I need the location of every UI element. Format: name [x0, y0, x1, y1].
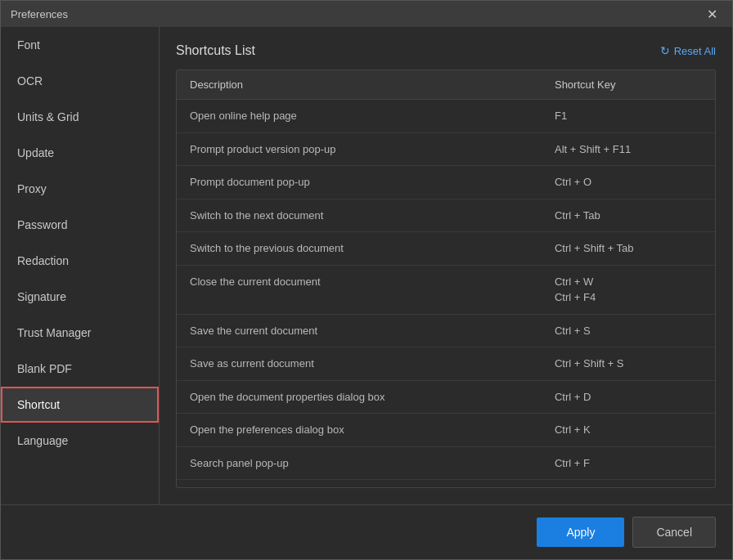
shortcuts-table-container[interactable]: Description Shortcut Key Open online hel…	[176, 69, 716, 488]
shortcut-key: Ctrl + S	[542, 314, 715, 347]
shortcut-key: Ctrl + D	[542, 380, 715, 414]
dialog-body: FontOCRUnits & GridUpdateProxyPasswordRe…	[1, 27, 732, 504]
footer: Apply Cancel	[1, 504, 732, 559]
shortcut-description: Close the current document	[177, 265, 542, 314]
sidebar-item-language[interactable]: Language	[1, 423, 159, 459]
col-description: Description	[177, 70, 542, 100]
shortcut-description: Save the current document	[177, 314, 542, 347]
apply-button[interactable]: Apply	[537, 517, 624, 547]
table-row: Search panel pop-upCtrl + F	[177, 446, 715, 480]
shortcut-key: Ctrl + Shift + S	[542, 347, 715, 381]
main-content: Shortcuts List ↻ Reset All Description S…	[160, 27, 732, 504]
shortcut-description: Prompt product version pop-up	[177, 132, 542, 166]
reset-icon: ↻	[660, 44, 670, 57]
close-button[interactable]: ✕	[702, 5, 722, 24]
sidebar: FontOCRUnits & GridUpdateProxyPasswordRe…	[1, 27, 160, 504]
sidebar-item-trust-manager[interactable]: Trust Manager	[1, 315, 159, 351]
preferences-dialog: Preferences ✕ FontOCRUnits & GridUpdateP…	[0, 0, 733, 560]
table-row: Prompt product version pop-upAlt + Shift…	[177, 132, 715, 166]
sidebar-item-ocr[interactable]: OCR	[1, 63, 159, 99]
table-row: Switch to the next documentCtrl + Tab	[177, 199, 715, 232]
table-row: Open online help pageF1	[177, 100, 715, 133]
table-row: Open the preferences dialog boxCtrl + K	[177, 414, 715, 447]
shortcut-key: Ctrl + O	[542, 166, 715, 199]
cancel-button[interactable]: Cancel	[632, 517, 716, 548]
shortcuts-table: Description Shortcut Key Open online hel…	[177, 70, 715, 488]
shortcut-key: F1	[542, 100, 715, 133]
shortcut-description: Pop-up the advanced search panel	[177, 480, 542, 489]
sidebar-item-password[interactable]: Password	[1, 207, 159, 243]
table-row: Close the current documentCtrl + WCtrl +…	[177, 265, 715, 314]
sidebar-item-font[interactable]: Font	[1, 27, 159, 63]
sidebar-item-signature[interactable]: Signature	[1, 279, 159, 315]
col-shortcut-key: Shortcut Key	[542, 70, 715, 100]
table-row: Switch to the previous documentCtrl + Sh…	[177, 232, 715, 266]
sidebar-item-units-grid[interactable]: Units & Grid	[1, 99, 159, 135]
sidebar-item-redaction[interactable]: Redaction	[1, 243, 159, 279]
table-row: Prompt document pop-upCtrl + O	[177, 166, 715, 199]
table-row: Open the document properties dialog boxC…	[177, 380, 715, 414]
shortcut-key: Ctrl + Shift + Tab	[542, 232, 715, 266]
shortcut-description: Switch to the previous document	[177, 232, 542, 266]
table-row: Save the current documentCtrl + S	[177, 314, 715, 347]
shortcut-description: Open online help page	[177, 100, 542, 133]
sidebar-item-proxy[interactable]: Proxy	[1, 171, 159, 207]
shortcut-description: Prompt document pop-up	[177, 166, 542, 199]
reset-all-button[interactable]: ↻ Reset All	[660, 44, 716, 57]
dialog-title: Preferences	[11, 8, 68, 20]
shortcut-description: Save as current document	[177, 347, 542, 381]
table-row: Pop-up the advanced search panelCtrl + S…	[177, 480, 715, 489]
shortcut-key: Alt + Shift + F11	[542, 132, 715, 166]
title-bar: Preferences ✕	[1, 1, 732, 27]
table-row: Save as current documentCtrl + Shift + S	[177, 347, 715, 381]
shortcut-key: Ctrl + F	[542, 446, 715, 480]
shortcuts-list-title: Shortcuts List	[176, 43, 255, 58]
shortcut-description: Open the preferences dialog box	[177, 414, 542, 447]
shortcut-description: Switch to the next document	[177, 199, 542, 232]
shortcut-description: Search panel pop-up	[177, 446, 542, 480]
sidebar-item-shortcut[interactable]: Shortcut	[1, 387, 159, 423]
shortcuts-header: Shortcuts List ↻ Reset All	[176, 43, 716, 58]
sidebar-item-update[interactable]: Update	[1, 135, 159, 171]
shortcut-description: Open the document properties dialog box	[177, 380, 542, 414]
shortcut-key: Ctrl + WCtrl + F4	[542, 265, 715, 314]
shortcut-key: Ctrl + K	[542, 414, 715, 447]
shortcut-key: Ctrl + Shift + F	[542, 480, 715, 489]
reset-all-label: Reset All	[674, 45, 716, 57]
sidebar-item-blank-pdf[interactable]: Blank PDF	[1, 351, 159, 387]
shortcut-key: Ctrl + Tab	[542, 199, 715, 232]
